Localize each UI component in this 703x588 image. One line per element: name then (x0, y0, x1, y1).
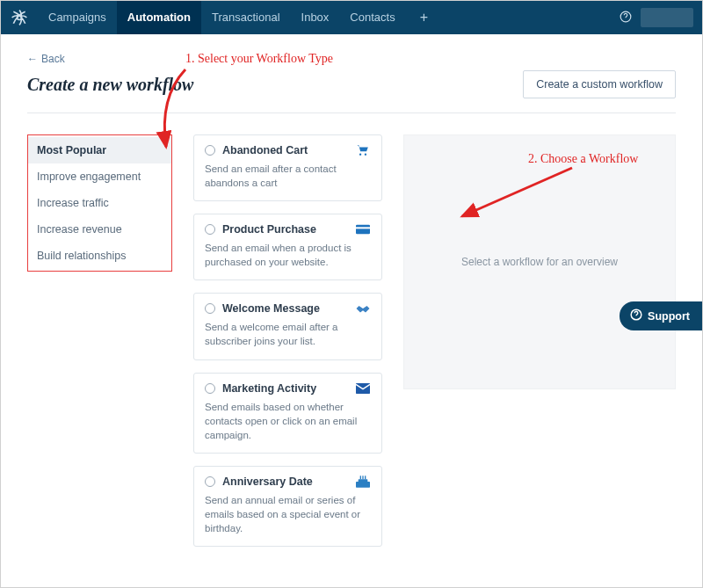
nav-tab-campaigns[interactable]: Campaigns (38, 1, 117, 34)
page-body: ← Back Create a new workflow Create a cu… (1, 34, 702, 547)
nav-tab-automation[interactable]: Automation (117, 1, 201, 34)
create-custom-workflow-button[interactable]: Create a custom workflow (523, 70, 676, 98)
workflow-title: Product Purchase (222, 223, 348, 236)
sidebar-item-increase-traffic[interactable]: Increase traffic (28, 190, 171, 216)
workflow-card-product-purchase[interactable]: Product Purchase Send an email when a pr… (193, 214, 382, 280)
workflow-list: Abandoned Cart Send an email after a con… (193, 134, 382, 547)
support-button[interactable]: Support (620, 301, 702, 330)
sidebar-item-improve-engagement[interactable]: Improve engagement (28, 163, 171, 190)
main-content: Most Popular Improve engagement Increase… (27, 134, 676, 547)
radio-icon (205, 303, 215, 314)
back-link[interactable]: ← Back (27, 53, 65, 65)
radio-icon (205, 476, 215, 487)
sidebar-item-most-popular[interactable]: Most Popular (28, 137, 171, 163)
help-circle-icon (630, 309, 642, 323)
top-nav: Campaigns Automation Transactional Inbox… (1, 1, 702, 34)
workflow-card-abandoned-cart[interactable]: Abandoned Cart Send an email after a con… (193, 134, 382, 201)
svg-rect-3 (356, 228, 370, 229)
page-title: Create a new workflow (27, 75, 193, 95)
user-menu[interactable] (641, 8, 693, 27)
help-icon[interactable] (620, 11, 632, 25)
workflow-desc: Send an email when a product is purchase… (205, 241, 371, 269)
svg-rect-6 (359, 479, 368, 483)
svg-rect-8 (362, 475, 363, 479)
svg-rect-2 (356, 225, 370, 235)
add-button[interactable]: + (411, 10, 437, 25)
envelope-icon (355, 382, 371, 395)
preview-placeholder: Select a workflow for an overview (461, 256, 618, 268)
cart-icon (355, 144, 371, 156)
nav-tab-contacts[interactable]: Contacts (339, 1, 405, 34)
workflow-card-anniversary-date[interactable]: Anniversary Date Send an annual email or… (193, 466, 382, 547)
nav-tabs: Campaigns Automation Transactional Inbox… (38, 1, 406, 34)
workflow-title: Welcome Message (222, 302, 348, 315)
workflow-desc: Send emails based on whether contacts op… (205, 400, 371, 442)
workflow-desc: Send an email after a contact abandons a… (205, 162, 371, 190)
card-icon (355, 223, 371, 236)
radio-icon (205, 383, 215, 394)
workflow-desc: Send a welcome email after a subscriber … (205, 320, 371, 348)
workflow-title: Abandoned Cart (222, 144, 348, 156)
workflow-card-marketing-activity[interactable]: Marketing Activity Send emails based on … (193, 373, 382, 454)
nav-tab-inbox[interactable]: Inbox (291, 1, 340, 34)
workflow-preview-panel: Select a workflow for an overview (403, 134, 676, 389)
svg-rect-9 (365, 475, 366, 479)
page-header: Create a new workflow Create a custom wo… (27, 70, 676, 113)
radio-icon (205, 145, 215, 156)
nav-tab-transactional[interactable]: Transactional (201, 1, 291, 34)
workflow-card-welcome-message[interactable]: Welcome Message Send a welcome email aft… (193, 293, 382, 359)
handshake-icon (355, 302, 371, 315)
radio-icon (205, 224, 215, 235)
arrow-left-icon: ← (27, 53, 38, 65)
sidebar-item-build-relationships[interactable]: Build relationships (28, 243, 171, 269)
workflow-title: Marketing Activity (222, 382, 348, 395)
sidebar-item-increase-revenue[interactable]: Increase revenue (28, 216, 171, 243)
svg-rect-7 (360, 475, 361, 479)
brand-logo (10, 8, 29, 27)
workflow-title: Anniversary Date (222, 475, 348, 488)
back-label: Back (41, 53, 65, 65)
workflow-desc: Send an annual email or series of emails… (205, 493, 371, 535)
workflow-type-sidebar: Most Popular Improve engagement Increase… (27, 134, 172, 272)
cake-icon (355, 475, 371, 488)
support-label: Support (648, 310, 690, 323)
